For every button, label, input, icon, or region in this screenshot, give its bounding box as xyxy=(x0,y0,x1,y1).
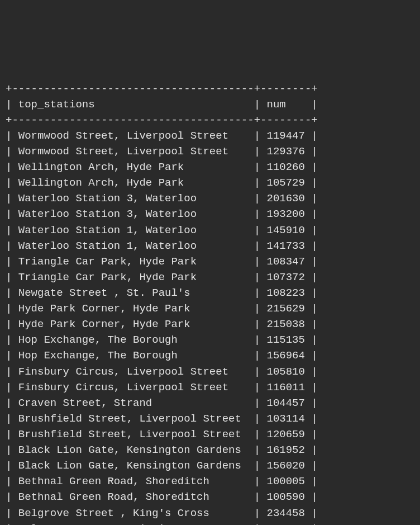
table-header-row: | top_stations | num | xyxy=(6,98,318,111)
table-row: | Brushfield Street, Liverpool Street | … xyxy=(6,428,318,441)
table-row: | Hyde Park Corner, Hyde Park | 215629 | xyxy=(6,302,318,315)
table-row: | Hyde Park Corner, Hyde Park | 215038 | xyxy=(6,318,318,330)
table-row: | Finsbury Circus, Liverpool Street | 10… xyxy=(6,366,318,378)
table-row: | Belgrove Street , King's Cross | 23180… xyxy=(6,523,318,525)
table-row: | Newgate Street , St. Paul's | 108223 | xyxy=(6,287,318,299)
table-row: | Waterloo Station 3, Waterloo | 201630 … xyxy=(6,192,318,205)
table-row: | Bethnal Green Road, Shoreditch | 10059… xyxy=(6,491,318,503)
table-row: | Waterloo Station 1, Waterloo | 145910 … xyxy=(6,224,318,237)
table-row: | Black Lion Gate, Kensington Gardens | … xyxy=(6,460,318,472)
table-row: | Hop Exchange, The Borough | 115135 | xyxy=(6,334,318,346)
table-border-top: +--------------------------------------+… xyxy=(6,83,318,95)
table-row: | Belgrove Street , King's Cross | 23445… xyxy=(6,507,318,519)
table-row: | Brushfield Street, Liverpool Street | … xyxy=(6,413,318,425)
table-row: | Wellington Arch, Hyde Park | 105729 | xyxy=(6,177,318,189)
table-row: | Black Lion Gate, Kensington Gardens | … xyxy=(6,444,318,456)
table-row: | Waterloo Station 1, Waterloo | 141733 … xyxy=(6,240,318,252)
table-row: | Triangle Car Park, Hyde Park | 108347 … xyxy=(6,256,318,268)
table-row: | Craven Street, Strand | 104457 | xyxy=(6,397,318,409)
table-row: | Bethnal Green Road, Shoreditch | 10000… xyxy=(6,475,318,488)
table-row: | Triangle Car Park, Hyde Park | 107372 … xyxy=(6,271,318,283)
table-row: | Wormwood Street, Liverpool Street | 11… xyxy=(6,130,318,142)
table-row: | Wormwood Street, Liverpool Street | 12… xyxy=(6,145,318,158)
table-border-mid: +--------------------------------------+… xyxy=(6,114,318,126)
table-row: | Wellington Arch, Hyde Park | 110260 | xyxy=(6,161,318,173)
table-row: | Finsbury Circus, Liverpool Street | 11… xyxy=(6,381,318,394)
sql-result-output: +--------------------------------------+… xyxy=(0,79,420,525)
table-row: | Waterloo Station 3, Waterloo | 193200 … xyxy=(6,208,318,220)
table-row: | Hop Exchange, The Borough | 156964 | xyxy=(6,349,318,362)
